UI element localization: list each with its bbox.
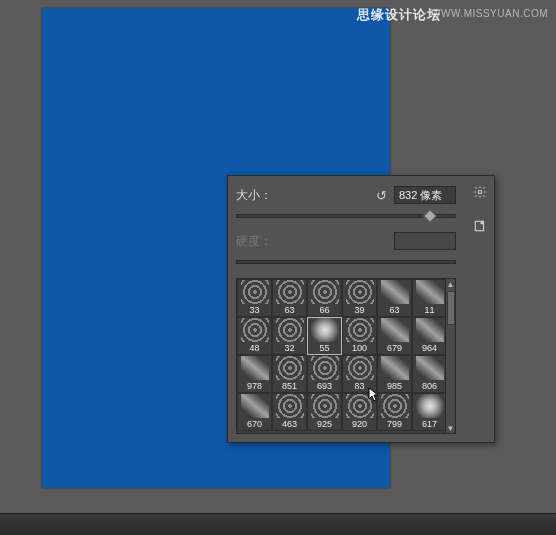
brush-preset[interactable]: 799 — [377, 393, 412, 431]
brush-thumbnail — [276, 280, 304, 304]
brush-preset[interactable]: 63 — [272, 279, 307, 317]
brush-size-label: 55 — [319, 343, 329, 353]
scroll-down-icon[interactable]: ▼ — [447, 423, 455, 433]
brush-thumbnail — [311, 318, 339, 342]
brush-size-label: 63 — [284, 305, 294, 315]
scroll-up-icon[interactable]: ▲ — [447, 279, 455, 289]
brush-thumbnail — [381, 318, 409, 342]
brush-thumbnail — [346, 318, 374, 342]
brush-thumbnail — [241, 318, 269, 342]
brush-thumbnail — [381, 356, 409, 380]
brush-size-label: 851 — [282, 381, 297, 391]
brush-preset[interactable]: 66 — [307, 279, 342, 317]
brush-thumbnail — [416, 318, 444, 342]
brush-size-label: 100 — [352, 343, 367, 353]
brush-size-label: 799 — [387, 419, 402, 429]
brush-size-label: 985 — [387, 381, 402, 391]
brush-thumbnail — [241, 280, 269, 304]
size-slider[interactable] — [236, 208, 456, 222]
brush-preset-popup: 大小： ↺ 硬度： 336366396311483255100679964978… — [227, 175, 495, 443]
brush-thumbnail — [241, 394, 269, 418]
reset-size-icon[interactable]: ↺ — [374, 188, 388, 202]
brush-size-label: 11 — [424, 305, 434, 315]
brush-thumbnail — [241, 356, 269, 380]
brush-preset[interactable]: 55 — [307, 317, 342, 355]
brush-preset[interactable]: 679 — [377, 317, 412, 355]
brush-thumbnail — [311, 280, 339, 304]
brush-size-label: 33 — [249, 305, 259, 315]
brush-size-label: 48 — [249, 343, 259, 353]
brush-preset[interactable]: 63 — [377, 279, 412, 317]
brush-size-label: 925 — [317, 419, 332, 429]
brush-size-label: 806 — [422, 381, 437, 391]
brush-size-label: 978 — [247, 381, 262, 391]
brush-size-label: 679 — [387, 343, 402, 353]
brush-size-label: 63 — [389, 305, 399, 315]
brush-preset[interactable]: 48 — [237, 317, 272, 355]
brush-preset[interactable]: 463 — [272, 393, 307, 431]
gear-icon[interactable] — [472, 184, 488, 200]
brush-thumbnail — [416, 280, 444, 304]
brush-preset[interactable]: 978 — [237, 355, 272, 393]
status-bar — [0, 513, 556, 535]
brush-thumbnail — [276, 318, 304, 342]
brush-thumbnail — [276, 394, 304, 418]
hardness-input — [394, 232, 456, 250]
brush-preset[interactable]: 964 — [412, 317, 447, 355]
svg-point-0 — [478, 190, 482, 194]
brush-thumbnail — [346, 356, 374, 380]
hardness-label: 硬度： — [236, 233, 286, 250]
brush-size-label: 66 — [319, 305, 329, 315]
brush-size-label: 32 — [284, 343, 294, 353]
brush-size-label: 83 — [354, 381, 364, 391]
brush-preset[interactable]: 617 — [412, 393, 447, 431]
brush-size-label: 920 — [352, 419, 367, 429]
brush-preset-grid: 3363663963114832551006799649788516938398… — [236, 278, 456, 434]
watermark-cn: 思缘设计论坛 — [357, 6, 441, 24]
brush-preset[interactable]: 33 — [237, 279, 272, 317]
brush-thumbnail — [346, 394, 374, 418]
new-preset-icon[interactable] — [472, 218, 488, 234]
brush-preset[interactable]: 693 — [307, 355, 342, 393]
brush-grid-scrollbar[interactable]: ▲ ▼ — [445, 279, 455, 433]
brush-preset[interactable]: 851 — [272, 355, 307, 393]
watermark-en: WWW.MISSYUAN.COM — [431, 8, 548, 19]
brush-thumbnail — [381, 280, 409, 304]
brush-thumbnail — [416, 356, 444, 380]
brush-size-label: 39 — [354, 305, 364, 315]
size-input[interactable] — [394, 186, 456, 204]
brush-size-label: 964 — [422, 343, 437, 353]
brush-preset[interactable]: 670 — [237, 393, 272, 431]
brush-preset[interactable]: 920 — [342, 393, 377, 431]
brush-size-label: 463 — [282, 419, 297, 429]
brush-preset[interactable]: 925 — [307, 393, 342, 431]
brush-thumbnail — [416, 394, 444, 418]
brush-preset[interactable]: 83 — [342, 355, 377, 393]
brush-preset[interactable]: 100 — [342, 317, 377, 355]
hardness-slider — [236, 254, 456, 268]
brush-preset[interactable]: 32 — [272, 317, 307, 355]
brush-thumbnail — [346, 280, 374, 304]
brush-preset[interactable]: 806 — [412, 355, 447, 393]
brush-size-label: 617 — [422, 419, 437, 429]
brush-thumbnail — [311, 356, 339, 380]
brush-size-label: 670 — [247, 419, 262, 429]
brush-thumbnail — [381, 394, 409, 418]
scroll-handle[interactable] — [447, 291, 455, 325]
brush-thumbnail — [276, 356, 304, 380]
brush-preset[interactable]: 985 — [377, 355, 412, 393]
brush-thumbnail — [311, 394, 339, 418]
brush-preset[interactable]: 39 — [342, 279, 377, 317]
brush-size-label: 693 — [317, 381, 332, 391]
size-label: 大小： — [236, 187, 286, 204]
brush-preset[interactable]: 11 — [412, 279, 447, 317]
